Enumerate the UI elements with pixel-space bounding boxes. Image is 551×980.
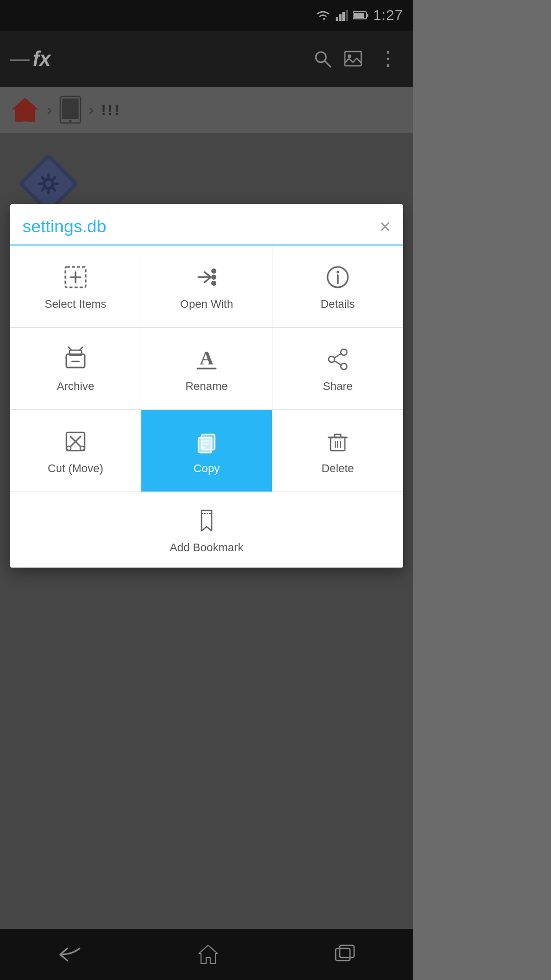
svg-point-54	[80, 446, 84, 450]
svg-point-34	[211, 281, 216, 286]
details-label: Details	[320, 298, 355, 311]
share-icon	[324, 346, 351, 373]
close-button[interactable]: ×	[380, 217, 391, 236]
select-items-label: Select Items	[44, 298, 106, 311]
rename-label: Rename	[185, 380, 228, 393]
copy-button[interactable]: Copy	[141, 410, 272, 492]
svg-text:A: A	[199, 347, 214, 369]
copy-label: Copy	[193, 462, 219, 475]
rename-button[interactable]: A Rename	[141, 328, 272, 409]
details-icon	[324, 264, 351, 290]
dialog-grid: Select Items Open With	[10, 246, 403, 492]
svg-point-45	[341, 349, 347, 355]
select-items-button[interactable]: Select Items	[10, 246, 141, 327]
share-label: Share	[323, 380, 353, 393]
dialog-title: settings.db	[22, 216, 106, 236]
archive-label: Archive	[57, 380, 94, 393]
svg-line-49	[335, 361, 341, 365]
add-bookmark-button[interactable]: Add Bookmark	[10, 492, 403, 568]
add-bookmark-label: Add Bookmark	[170, 541, 243, 554]
open-with-icon	[193, 264, 220, 290]
open-with-button[interactable]: Open With	[141, 246, 272, 327]
delete-label: Delete	[321, 462, 354, 475]
bookmark-icon	[193, 507, 220, 534]
svg-point-47	[329, 356, 335, 362]
cut-move-button[interactable]: Cut (Move)	[10, 410, 141, 492]
svg-point-37	[337, 271, 339, 274]
details-button[interactable]: Details	[272, 246, 403, 327]
svg-line-48	[335, 354, 341, 358]
share-button[interactable]: Share	[272, 328, 403, 409]
svg-point-32	[211, 268, 216, 274]
delete-button[interactable]: Delete	[272, 410, 403, 492]
select-items-icon	[62, 264, 89, 290]
archive-button[interactable]: Archive	[10, 328, 141, 409]
dialog-header: settings.db ×	[10, 204, 403, 246]
delete-icon	[324, 428, 351, 455]
cut-move-label: Cut (Move)	[48, 462, 104, 475]
svg-point-53	[67, 446, 71, 450]
open-with-label: Open With	[180, 298, 233, 311]
copy-icon	[193, 428, 220, 455]
archive-icon	[62, 346, 89, 373]
rename-icon: A	[193, 346, 220, 373]
svg-rect-56	[198, 437, 212, 453]
svg-point-33	[211, 275, 216, 280]
svg-point-46	[341, 363, 347, 370]
cut-icon	[62, 428, 89, 455]
context-menu-dialog: settings.db × Select Items	[10, 204, 403, 568]
